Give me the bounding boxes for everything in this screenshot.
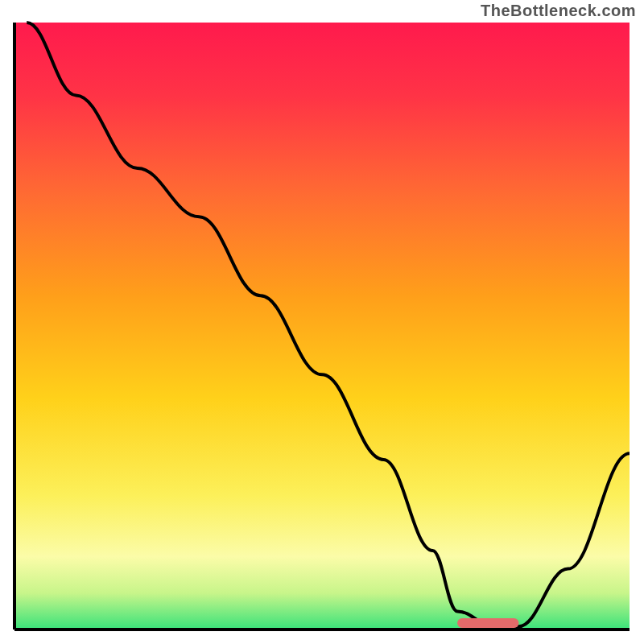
bottleneck-chart: [0, 0, 644, 644]
plot-area: [14, 23, 630, 630]
watermark-text: TheBottleneck.com: [481, 2, 636, 20]
chart-container: TheBottleneck.com: [0, 0, 644, 644]
optimal-marker: [457, 618, 518, 628]
